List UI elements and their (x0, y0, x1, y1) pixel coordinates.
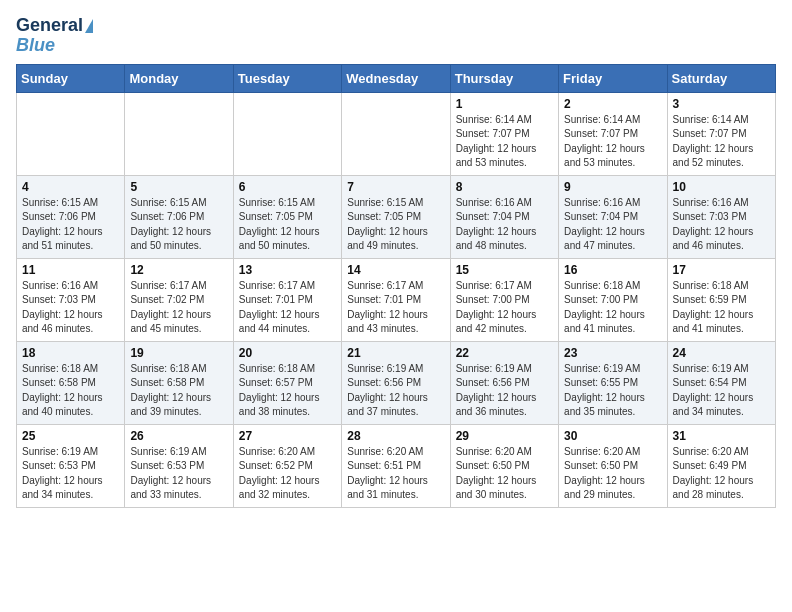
day-info: Sunrise: 6:18 AM Sunset: 6:57 PM Dayligh… (239, 362, 336, 420)
calendar-cell: 31Sunrise: 6:20 AM Sunset: 6:49 PM Dayli… (667, 424, 775, 507)
weekday-header-tuesday: Tuesday (233, 64, 341, 92)
logo: General Blue (16, 16, 93, 56)
calendar-cell: 26Sunrise: 6:19 AM Sunset: 6:53 PM Dayli… (125, 424, 233, 507)
day-number: 18 (22, 346, 119, 360)
day-number: 19 (130, 346, 227, 360)
day-number: 30 (564, 429, 661, 443)
day-info: Sunrise: 6:20 AM Sunset: 6:51 PM Dayligh… (347, 445, 444, 503)
day-number: 3 (673, 97, 770, 111)
day-info: Sunrise: 6:19 AM Sunset: 6:55 PM Dayligh… (564, 362, 661, 420)
calendar-week-row: 4Sunrise: 6:15 AM Sunset: 7:06 PM Daylig… (17, 175, 776, 258)
calendar-cell: 18Sunrise: 6:18 AM Sunset: 6:58 PM Dayli… (17, 341, 125, 424)
calendar-cell: 19Sunrise: 6:18 AM Sunset: 6:58 PM Dayli… (125, 341, 233, 424)
calendar-cell: 11Sunrise: 6:16 AM Sunset: 7:03 PM Dayli… (17, 258, 125, 341)
calendar-cell: 27Sunrise: 6:20 AM Sunset: 6:52 PM Dayli… (233, 424, 341, 507)
page-header: General Blue (16, 16, 776, 56)
calendar-cell: 24Sunrise: 6:19 AM Sunset: 6:54 PM Dayli… (667, 341, 775, 424)
day-number: 26 (130, 429, 227, 443)
day-number: 14 (347, 263, 444, 277)
weekday-header-sunday: Sunday (17, 64, 125, 92)
day-info: Sunrise: 6:18 AM Sunset: 6:58 PM Dayligh… (22, 362, 119, 420)
day-number: 6 (239, 180, 336, 194)
logo-triangle-icon (85, 19, 93, 33)
day-number: 22 (456, 346, 553, 360)
weekday-header-saturday: Saturday (667, 64, 775, 92)
calendar-cell: 22Sunrise: 6:19 AM Sunset: 6:56 PM Dayli… (450, 341, 558, 424)
logo-text-blue: Blue (16, 36, 55, 56)
day-info: Sunrise: 6:14 AM Sunset: 7:07 PM Dayligh… (456, 113, 553, 171)
calendar-cell: 16Sunrise: 6:18 AM Sunset: 7:00 PM Dayli… (559, 258, 667, 341)
weekday-header-friday: Friday (559, 64, 667, 92)
calendar-cell: 21Sunrise: 6:19 AM Sunset: 6:56 PM Dayli… (342, 341, 450, 424)
calendar-cell: 9Sunrise: 6:16 AM Sunset: 7:04 PM Daylig… (559, 175, 667, 258)
day-number: 11 (22, 263, 119, 277)
calendar-week-row: 25Sunrise: 6:19 AM Sunset: 6:53 PM Dayli… (17, 424, 776, 507)
day-number: 8 (456, 180, 553, 194)
day-info: Sunrise: 6:14 AM Sunset: 7:07 PM Dayligh… (564, 113, 661, 171)
day-number: 25 (22, 429, 119, 443)
day-number: 21 (347, 346, 444, 360)
day-info: Sunrise: 6:15 AM Sunset: 7:06 PM Dayligh… (130, 196, 227, 254)
calendar-cell: 13Sunrise: 6:17 AM Sunset: 7:01 PM Dayli… (233, 258, 341, 341)
calendar-cell: 30Sunrise: 6:20 AM Sunset: 6:50 PM Dayli… (559, 424, 667, 507)
day-info: Sunrise: 6:18 AM Sunset: 6:59 PM Dayligh… (673, 279, 770, 337)
calendar-week-row: 18Sunrise: 6:18 AM Sunset: 6:58 PM Dayli… (17, 341, 776, 424)
calendar-cell: 6Sunrise: 6:15 AM Sunset: 7:05 PM Daylig… (233, 175, 341, 258)
day-number: 28 (347, 429, 444, 443)
day-number: 1 (456, 97, 553, 111)
day-number: 29 (456, 429, 553, 443)
calendar-cell (17, 92, 125, 175)
day-info: Sunrise: 6:19 AM Sunset: 6:53 PM Dayligh… (22, 445, 119, 503)
day-info: Sunrise: 6:15 AM Sunset: 7:05 PM Dayligh… (239, 196, 336, 254)
day-number: 20 (239, 346, 336, 360)
day-number: 2 (564, 97, 661, 111)
calendar-cell: 28Sunrise: 6:20 AM Sunset: 6:51 PM Dayli… (342, 424, 450, 507)
day-info: Sunrise: 6:16 AM Sunset: 7:04 PM Dayligh… (564, 196, 661, 254)
day-info: Sunrise: 6:18 AM Sunset: 7:00 PM Dayligh… (564, 279, 661, 337)
calendar-cell: 10Sunrise: 6:16 AM Sunset: 7:03 PM Dayli… (667, 175, 775, 258)
day-info: Sunrise: 6:18 AM Sunset: 6:58 PM Dayligh… (130, 362, 227, 420)
day-info: Sunrise: 6:15 AM Sunset: 7:05 PM Dayligh… (347, 196, 444, 254)
calendar-week-row: 1Sunrise: 6:14 AM Sunset: 7:07 PM Daylig… (17, 92, 776, 175)
day-info: Sunrise: 6:17 AM Sunset: 7:00 PM Dayligh… (456, 279, 553, 337)
weekday-header-monday: Monday (125, 64, 233, 92)
day-number: 10 (673, 180, 770, 194)
day-info: Sunrise: 6:16 AM Sunset: 7:03 PM Dayligh… (22, 279, 119, 337)
day-info: Sunrise: 6:16 AM Sunset: 7:03 PM Dayligh… (673, 196, 770, 254)
calendar-cell (233, 92, 341, 175)
day-number: 23 (564, 346, 661, 360)
calendar-cell: 29Sunrise: 6:20 AM Sunset: 6:50 PM Dayli… (450, 424, 558, 507)
calendar-cell: 4Sunrise: 6:15 AM Sunset: 7:06 PM Daylig… (17, 175, 125, 258)
logo-text-general: General (16, 16, 83, 36)
weekday-header-row: SundayMondayTuesdayWednesdayThursdayFrid… (17, 64, 776, 92)
calendar-cell: 23Sunrise: 6:19 AM Sunset: 6:55 PM Dayli… (559, 341, 667, 424)
day-number: 9 (564, 180, 661, 194)
calendar-cell: 2Sunrise: 6:14 AM Sunset: 7:07 PM Daylig… (559, 92, 667, 175)
day-info: Sunrise: 6:20 AM Sunset: 6:50 PM Dayligh… (564, 445, 661, 503)
day-number: 16 (564, 263, 661, 277)
weekday-header-thursday: Thursday (450, 64, 558, 92)
calendar-cell: 14Sunrise: 6:17 AM Sunset: 7:01 PM Dayli… (342, 258, 450, 341)
day-number: 31 (673, 429, 770, 443)
day-number: 13 (239, 263, 336, 277)
calendar-cell: 25Sunrise: 6:19 AM Sunset: 6:53 PM Dayli… (17, 424, 125, 507)
day-info: Sunrise: 6:19 AM Sunset: 6:54 PM Dayligh… (673, 362, 770, 420)
day-number: 4 (22, 180, 119, 194)
day-info: Sunrise: 6:19 AM Sunset: 6:56 PM Dayligh… (347, 362, 444, 420)
day-number: 17 (673, 263, 770, 277)
day-number: 27 (239, 429, 336, 443)
calendar-cell: 20Sunrise: 6:18 AM Sunset: 6:57 PM Dayli… (233, 341, 341, 424)
calendar-cell: 3Sunrise: 6:14 AM Sunset: 7:07 PM Daylig… (667, 92, 775, 175)
day-info: Sunrise: 6:16 AM Sunset: 7:04 PM Dayligh… (456, 196, 553, 254)
calendar-week-row: 11Sunrise: 6:16 AM Sunset: 7:03 PM Dayli… (17, 258, 776, 341)
calendar-cell: 7Sunrise: 6:15 AM Sunset: 7:05 PM Daylig… (342, 175, 450, 258)
day-info: Sunrise: 6:17 AM Sunset: 7:01 PM Dayligh… (347, 279, 444, 337)
calendar-cell: 8Sunrise: 6:16 AM Sunset: 7:04 PM Daylig… (450, 175, 558, 258)
day-number: 15 (456, 263, 553, 277)
day-info: Sunrise: 6:14 AM Sunset: 7:07 PM Dayligh… (673, 113, 770, 171)
day-info: Sunrise: 6:15 AM Sunset: 7:06 PM Dayligh… (22, 196, 119, 254)
day-number: 5 (130, 180, 227, 194)
day-info: Sunrise: 6:20 AM Sunset: 6:49 PM Dayligh… (673, 445, 770, 503)
day-info: Sunrise: 6:17 AM Sunset: 7:01 PM Dayligh… (239, 279, 336, 337)
day-number: 12 (130, 263, 227, 277)
